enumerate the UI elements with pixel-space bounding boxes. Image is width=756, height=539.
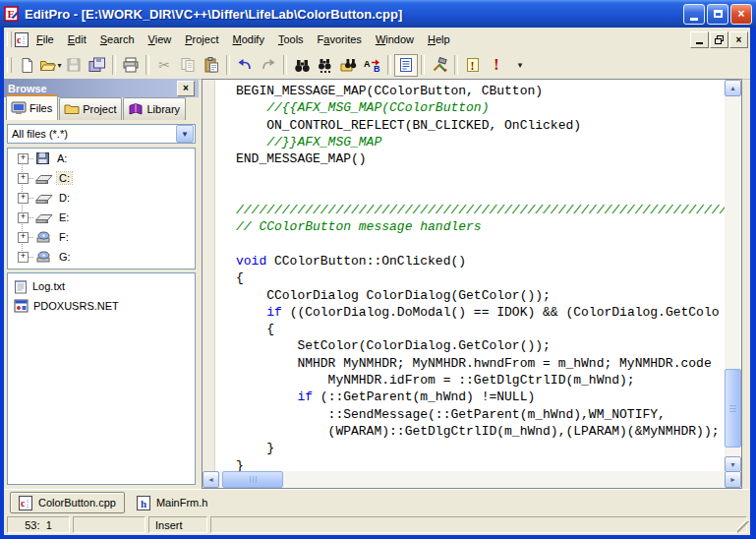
tree-expander-icon[interactable]: + xyxy=(18,153,29,164)
file-filter-combobox[interactable]: All files (*.*) ▼ xyxy=(7,124,196,144)
scroll-left-button[interactable]: ◄ xyxy=(203,471,219,488)
find-next-button[interactable] xyxy=(314,54,337,77)
toolbar-grip[interactable] xyxy=(7,57,12,73)
code-line[interactable]: if ((ColorDialog.DoModal() == IDOK) && (… xyxy=(236,304,725,321)
browse-tab-library[interactable]: Library xyxy=(123,97,186,120)
close-button[interactable]: × xyxy=(730,4,752,25)
vertical-scrollbar[interactable]: ▲ ▼ xyxy=(725,80,741,473)
document-view-button[interactable] xyxy=(394,54,418,77)
scroll-right-button[interactable]: ► xyxy=(725,471,741,488)
code-line[interactable]: // CColorButton message handlers xyxy=(236,218,725,235)
horizontal-scroll-thumb[interactable] xyxy=(222,471,283,488)
copy-button[interactable] xyxy=(176,54,200,77)
maximize-button[interactable] xyxy=(707,4,728,25)
combobox-dropdown-icon[interactable]: ▼ xyxy=(176,125,194,143)
find-in-files-button[interactable] xyxy=(337,54,361,77)
code-line[interactable]: ON_CONTROL_REFLECT(BN_CLICKED, OnClicked… xyxy=(236,117,725,134)
browse-tab-project[interactable]: Project xyxy=(59,97,122,120)
file-list-item[interactable]: Log.txt xyxy=(8,276,195,296)
menu-modify[interactable]: Modify xyxy=(226,30,271,48)
document-system-icon[interactable]: c:: xyxy=(15,32,29,47)
tree-expander-icon[interactable]: + xyxy=(18,173,29,184)
resize-grip[interactable] xyxy=(737,521,750,534)
code-line[interactable]: } xyxy=(236,440,725,456)
code-token: NMHDR MyNMHDR; MyNMHDR.hwndFrom = m_hWnd… xyxy=(236,356,712,371)
minimize-button[interactable] xyxy=(683,4,705,25)
code-line[interactable]: //}}AFX_MSG_MAP xyxy=(236,134,725,150)
browse-close-button[interactable]: × xyxy=(177,81,195,96)
menu-file[interactable]: File xyxy=(29,30,61,48)
code-line[interactable] xyxy=(236,236,725,253)
code-line[interactable]: ::SendMessage(::GetParent(m_hWnd),WM_NOT… xyxy=(236,406,725,423)
file-list[interactable]: Log.txtPDOXUSRS.NET xyxy=(7,272,196,485)
redo-button[interactable] xyxy=(257,54,280,77)
paste-button[interactable] xyxy=(200,54,223,77)
tree-expander-icon[interactable]: + xyxy=(18,193,29,204)
title-bar[interactable]: E EditPro - [E:\WORK_DIR\VC++\Differ\Lif… xyxy=(0,0,756,28)
new-document-button[interactable] xyxy=(15,54,38,77)
menu-tools[interactable]: Tools xyxy=(271,30,311,48)
code-line[interactable]: SetColor(ColorDialog.GetColor()); xyxy=(236,337,725,354)
tree-expander-icon[interactable]: + xyxy=(18,212,29,223)
cpp-doc-icon[interactable]: c:: xyxy=(15,32,29,47)
code-line[interactable]: if (::GetParent(m_hWnd) !=NULL) xyxy=(236,389,725,405)
menu-help[interactable]: Help xyxy=(421,30,457,48)
tree-row-drive-f[interactable]: +F: xyxy=(8,227,195,247)
code-line[interactable]: } xyxy=(236,457,725,471)
compile-button[interactable]: ! xyxy=(461,54,485,77)
mdi-minimize-button[interactable] xyxy=(690,31,709,48)
code-line[interactable] xyxy=(236,185,725,202)
save-button[interactable] xyxy=(62,54,86,77)
file-list-item[interactable]: PDOXUSRS.NET xyxy=(8,296,195,316)
print-button[interactable] xyxy=(119,54,143,77)
drive-tree[interactable]: +A:+C:+D:+E:+F:+G: xyxy=(7,148,196,270)
menu-project[interactable]: Project xyxy=(178,30,225,48)
code-line[interactable]: (WPARAM)::GetDlgCtrlID(m_hWnd),(LPARAM)(… xyxy=(236,423,725,440)
mdi-close-button[interactable]: × xyxy=(729,31,748,48)
code-line[interactable]: ////////////////////////////////////////… xyxy=(236,202,725,218)
menu-search[interactable]: Search xyxy=(93,30,142,48)
replace-icon: AB xyxy=(364,58,382,73)
tree-row-drive-g[interactable]: +G: xyxy=(8,247,195,267)
tree-row-drive-d[interactable]: +D: xyxy=(8,188,195,208)
run-button[interactable]: ! xyxy=(485,54,508,77)
document-tab-mainfrm-h[interactable]: hMainFrm.h xyxy=(129,493,216,512)
tree-row-drive-e[interactable]: +E: xyxy=(8,208,195,227)
menubar-grip[interactable] xyxy=(7,31,12,47)
dropdown-arrow-icon[interactable]: ▾ xyxy=(58,61,62,70)
toolbar-options-button[interactable]: ▾ xyxy=(508,54,532,77)
open-file-button[interactable]: ▾ xyxy=(38,54,62,77)
save-all-button[interactable] xyxy=(86,54,109,77)
code-line[interactable] xyxy=(236,167,725,184)
code-line[interactable]: NMHDR MyNMHDR; MyNMHDR.hwndFrom = m_hWnd… xyxy=(236,355,725,372)
find-button[interactable] xyxy=(290,54,314,77)
code-line[interactable]: { xyxy=(236,321,725,337)
app-window: E EditPro - [E:\WORK_DIR\VC++\Differ\Lif… xyxy=(0,0,756,539)
vertical-scroll-thumb[interactable] xyxy=(725,369,741,448)
menu-favorites[interactable]: Favorites xyxy=(311,30,369,48)
code-line[interactable]: { xyxy=(236,270,725,286)
undo-button[interactable] xyxy=(233,54,257,77)
code-line[interactable]: BEGIN_MESSAGE_MAP(CColorButton, CButton) xyxy=(236,83,725,99)
cut-button[interactable]: ✂ xyxy=(152,54,176,77)
scroll-up-button[interactable]: ▲ xyxy=(725,80,741,96)
tree-expander-icon[interactable]: + xyxy=(18,232,29,243)
menu-window[interactable]: Window xyxy=(369,30,421,48)
code-line[interactable]: CColorDialog ColorDialog(GetColor()); xyxy=(236,287,725,304)
tree-row-drive-c[interactable]: +C: xyxy=(8,168,195,188)
replace-button[interactable]: AB xyxy=(361,54,384,77)
menu-edit[interactable]: Edit xyxy=(61,30,93,48)
code-line[interactable]: //{{AFX_MSG_MAP(CColorButton) xyxy=(236,99,725,116)
tools-button[interactable] xyxy=(428,54,451,77)
code-line[interactable]: void CColorButton::OnClicked() xyxy=(236,253,725,270)
code-line[interactable]: MyNMHDR.idFrom = ::GetDlgCtrlID(m_hWnd); xyxy=(236,372,725,389)
editor-text-area[interactable]: BEGIN_MESSAGE_MAP(CColorButton, CButton)… xyxy=(215,81,725,471)
browse-tab-files[interactable]: Files xyxy=(6,94,58,120)
tree-row-drive-a[interactable]: +A: xyxy=(8,149,195,168)
menu-view[interactable]: View xyxy=(142,30,179,48)
document-tab-colorbutton-cpp[interactable]: c::ColorButton.cpp xyxy=(10,492,125,513)
code-line[interactable]: END_MESSAGE_MAP() xyxy=(236,150,725,167)
tree-expander-icon[interactable]: + xyxy=(18,252,29,263)
horizontal-scrollbar[interactable]: ◄ ► xyxy=(203,471,741,488)
mdi-restore-button[interactable] xyxy=(710,31,728,48)
